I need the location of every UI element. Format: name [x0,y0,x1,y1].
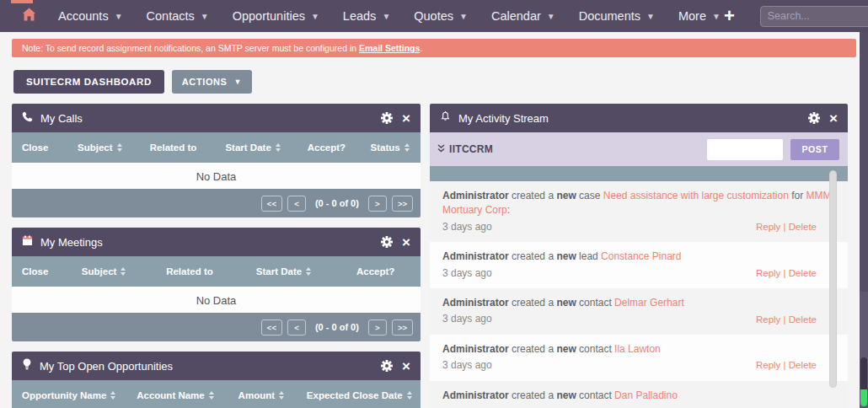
nav-item-contacts[interactable]: Contacts▼ [147,9,209,23]
entry-bold-text: Administrator [442,190,509,201]
quick-create-button[interactable]: + [721,7,738,25]
sort-arrows-icon[interactable] [276,143,281,152]
column-header-start-date[interactable]: Start Date [212,142,294,153]
sort-arrows-icon[interactable] [407,391,412,400]
reply-link[interactable]: Reply [756,360,780,370]
column-header-subject[interactable]: Subject [65,142,134,153]
dashboard-toolbar: SUITECRM DASHBOARD ACTIONS▼ [13,70,868,94]
sort-arrows-icon[interactable] [279,391,284,400]
collapse-chevrons-icon[interactable] [437,142,446,157]
prev-page-button[interactable]: < [287,196,306,212]
page-scrollbar[interactable] [860,32,868,408]
search-input[interactable] [768,10,868,22]
column-header-related-to: Related to [142,266,237,276]
reply-link[interactable]: Reply [756,222,780,232]
entry-bold-text: new [556,250,576,262]
nav-item-quotes[interactable]: Quotes▼ [414,9,468,23]
gear-icon[interactable] [381,112,393,124]
gear-icon[interactable] [808,112,820,124]
nav-item-label: Documents [579,9,640,23]
sort-arrows-icon[interactable] [306,267,311,276]
panel-title: My Meetings [40,236,103,249]
first-page-button[interactable]: << [261,319,282,336]
column-header-status[interactable]: Status [359,142,421,153]
gear-icon[interactable] [381,236,393,248]
nav-item-label: More [678,9,706,23]
next-page-button[interactable]: > [368,196,387,212]
home-button[interactable] [22,8,36,24]
column-header-accept: Accept? [330,266,421,276]
suitecrm-dashboard-button[interactable]: SUITECRM DASHBOARD [13,70,164,94]
sort-arrows-icon[interactable] [110,391,115,400]
alert-text: Note: To send record assignment notifica… [22,43,359,53]
entry-timestamp: 3 days ago [442,266,492,281]
column-header-amount[interactable]: Amount [224,390,297,400]
activity-scrollbar-thumb[interactable] [829,170,837,388]
entry-meta-row: 3 days agoReply | Delete [442,220,835,234]
reply-link[interactable]: Reply [756,268,780,278]
entry-bold-text: Administrator [442,297,509,309]
record-link[interactable]: Constance Pinard [601,250,681,262]
nav-item-documents[interactable]: Documents▼ [579,9,655,23]
nav-item-label: Accounts [58,9,109,23]
close-icon[interactable]: × [402,111,410,126]
record-link[interactable]: Need assistance with large customization [603,190,789,201]
last-page-button[interactable]: >> [392,196,413,212]
delete-link[interactable]: Delete [789,268,817,278]
chevron-down-icon: ▼ [459,12,468,21]
nav-menu: Accounts▼Contacts▼Opportunities▼Leads▼Qu… [58,9,721,23]
chevron-down-icon: ▼ [201,12,209,21]
column-header-start-date[interactable]: Start Date [237,266,331,276]
close-icon[interactable]: × [402,359,410,373]
my-meetings-pagination: << < (0 - 0 of 0) > >> [12,313,421,341]
nav-item-accounts[interactable]: Accounts▼ [58,9,123,23]
post-input[interactable] [707,139,783,160]
prev-page-button[interactable]: < [287,319,306,336]
nav-item-calendar[interactable]: Calendar▼ [491,9,555,23]
delete-link[interactable]: Delete [789,360,817,370]
entry-meta-row: 3 days agoReply | Delete [442,266,835,281]
entry-bold-text: new [556,190,576,201]
scrollbar-thumb[interactable] [860,357,867,406]
entry-text: contact [576,343,614,355]
column-header-expected-close-date[interactable]: Expected Close Date [297,390,421,400]
column-label: Close [22,266,48,276]
alert-suffix: . [420,43,422,53]
record-link[interactable]: Dan Palladino [614,389,678,401]
activity-entry: Administrator created a new contact Dan … [430,381,848,408]
next-page-button[interactable]: > [368,319,387,336]
close-icon[interactable]: × [402,235,410,250]
nav-item-label: Opportunities [233,9,305,23]
entry-text: case [576,190,603,201]
dashboard-content: My Calls × CloseSubjectRelated toStart D… [12,104,868,408]
nav-item-label: Calendar [491,9,541,23]
first-page-button[interactable]: << [261,196,282,212]
delete-link[interactable]: Delete [789,222,817,232]
my-calls-panel: My Calls × CloseSubjectRelated toStart D… [12,104,421,217]
column-label: Start Date [256,266,302,276]
record-link[interactable]: Delmar Gerhart [614,297,684,309]
nav-item-leads[interactable]: Leads▼ [343,9,390,23]
nav-item-opportunities[interactable]: Opportunities▼ [233,9,319,23]
sort-arrows-icon[interactable] [209,391,214,400]
reply-link[interactable]: Reply [756,314,780,325]
sort-arrows-icon[interactable] [117,143,122,152]
close-icon[interactable]: × [829,111,838,126]
gear-icon[interactable] [381,360,393,372]
panel-title: My Top Open Opportunities [40,360,173,373]
record-link[interactable]: Ila Lawton [614,343,661,355]
column-header-opportunity-name[interactable]: Opportunity Name [12,390,126,400]
column-header-account-name[interactable]: Account Name [126,390,224,400]
delete-link[interactable]: Delete [789,314,817,325]
actions-button[interactable]: ACTIONS▼ [172,70,252,94]
sort-arrows-icon[interactable] [121,267,126,276]
top-nav: Accounts▼Contacts▼Opportunities▼Leads▼Qu… [0,0,868,32]
entry-bold-text: Administrator [442,389,509,401]
nav-item-more[interactable]: More▼ [678,9,721,23]
column-header-subject[interactable]: Subject [65,266,142,276]
post-button[interactable]: POST [790,139,839,160]
sort-arrows-icon[interactable] [405,143,410,152]
email-settings-link[interactable]: Email Settings [359,43,420,53]
last-page-button[interactable]: >> [392,319,413,336]
chevron-down-icon: ▼ [115,12,123,21]
